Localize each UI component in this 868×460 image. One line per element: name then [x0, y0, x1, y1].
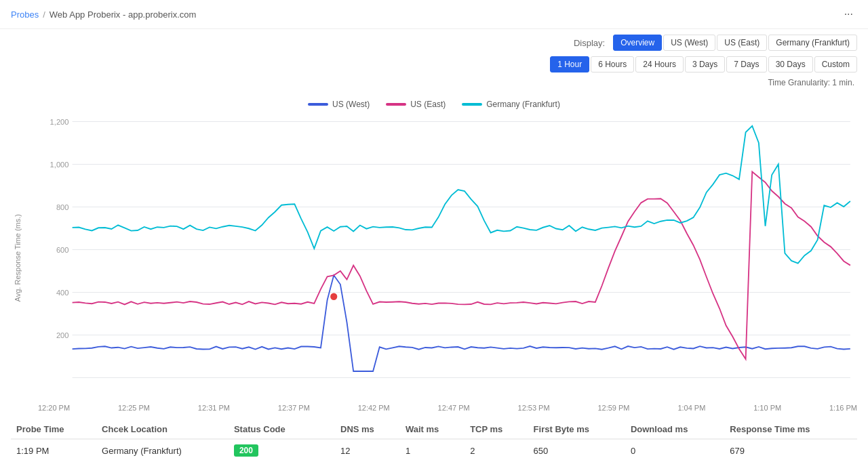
header: Probes / Web App Proberix - app.proberix… [0, 0, 868, 29]
table-cell: 2 [465, 439, 528, 460]
svg-text:800: 800 [56, 203, 69, 211]
x-axis: 12:20 PM12:25 PM12:31 PM12:37 PM12:42 PM… [11, 401, 857, 412]
table-header-cell: TCP ms [465, 420, 528, 439]
chart-container: Avg. Response Time (ms.) 2004006008001,0… [11, 114, 857, 401]
legend-item: US (East) [386, 100, 446, 109]
time-btn-1h[interactable]: 1 Hour [550, 56, 589, 72]
svg-text:1,000: 1,000 [50, 161, 69, 169]
legend-color [386, 103, 406, 106]
legend-item: US (West) [308, 100, 370, 109]
time-btn-24h[interactable]: 24 Hours [635, 56, 684, 72]
germany-line [73, 126, 850, 264]
x-axis-label: 12:20 PM [38, 404, 70, 412]
table-row: 1:19 PMGermany (Frankfurt)20012126500679 [11, 439, 857, 460]
table-header: Probe TimeChcek LocationStatus CodeDNS m… [11, 420, 857, 439]
time-btn-3d[interactable]: 3 Days [685, 56, 725, 72]
x-axis-label: 12:53 PM [518, 404, 550, 412]
probe-data-table: Probe TimeChcek LocationStatus CodeDNS m… [11, 420, 857, 460]
x-axis-label: 1:04 PM [677, 404, 705, 412]
breadcrumb: Probes / Web App Proberix - app.proberix… [11, 9, 840, 20]
table-cell: 0 [625, 439, 724, 460]
x-axis-label: 12:42 PM [358, 404, 390, 412]
time-granularity: Time Granularity: 1 min. [11, 78, 857, 87]
x-axis-label: 12:31 PM [198, 404, 230, 412]
table-header-cell: Probe Time [11, 420, 96, 439]
display-label: Display: [574, 38, 605, 48]
x-axis-label: 1:16 PM [829, 404, 857, 412]
legend-color [308, 103, 328, 106]
table-cell [319, 439, 335, 460]
chart-wrapper: Avg. Response Time (ms.) 2004006008001,0… [11, 114, 857, 412]
table-header-cell: Chcek Location [96, 420, 229, 439]
x-axis-label: 12:37 PM [278, 404, 310, 412]
chart-svg-container: 2004006008001,0001,200 [45, 114, 857, 401]
x-axis-label: 12:59 PM [597, 404, 629, 412]
breadcrumb-separator: / [43, 9, 45, 20]
table-cell: 650 [528, 439, 625, 460]
us-west-line [73, 275, 850, 371]
table-header-cell [319, 420, 335, 439]
svg-text:400: 400 [56, 289, 69, 297]
svg-text:600: 600 [56, 246, 69, 254]
table-body: 1:19 PMGermany (Frankfurt)20012126500679… [11, 439, 857, 460]
view-btn-us-west[interactable]: US (West) [663, 35, 715, 51]
status-badge: 200 [234, 444, 258, 457]
x-axis-label: 12:25 PM [118, 404, 150, 412]
view-btn-germany[interactable]: Germany (Frankfurt) [768, 35, 857, 51]
time-btn-custom[interactable]: Custom [814, 56, 857, 72]
chart-legend: US (West)US (East)Germany (Frankfurt) [11, 100, 857, 109]
table-header-cell: First Byte ms [528, 420, 625, 439]
table-section: Probe TimeChcek LocationStatus CodeDNS m… [0, 412, 868, 460]
svg-text:1,200: 1,200 [50, 118, 69, 126]
table-header-cell: Wait ms [400, 420, 465, 439]
more-options-button[interactable]: ··· [840, 7, 857, 22]
time-button-group: 1 Hour6 Hours24 Hours3 Days7 Days30 Days… [550, 56, 857, 72]
y-axis-label: Avg. Response Time (ms.) [11, 214, 22, 301]
legend-label: US (East) [410, 100, 446, 109]
alert-dot [330, 293, 337, 301]
table-cell: Germany (Frankfurt) [96, 439, 229, 460]
x-axis-label: 12:47 PM [438, 404, 470, 412]
table-cell: 1:19 PM [11, 439, 96, 460]
x-axis-label: 1:10 PM [753, 404, 781, 412]
view-btn-overview[interactable]: Overview [613, 35, 662, 51]
legend-label: US (West) [332, 100, 370, 109]
table-header-cell: Download ms [625, 420, 724, 439]
display-controls: Display: OverviewUS (West)US (East)Germa… [0, 29, 868, 93]
table-cell: 1 [400, 439, 465, 460]
table-cell: 12 [335, 439, 400, 460]
legend-item: Germany (Frankfurt) [462, 100, 560, 109]
chart-area: US (West)US (East)Germany (Frankfurt) Av… [0, 93, 868, 412]
legend-label: Germany (Frankfurt) [486, 100, 560, 109]
view-btn-us-east[interactable]: US (East) [717, 35, 767, 51]
table-header-cell: Response Time ms [724, 420, 857, 439]
time-btn-6h[interactable]: 6 Hours [591, 56, 634, 72]
time-btn-7d[interactable]: 7 Days [726, 56, 766, 72]
table-header-cell: DNS ms [335, 420, 400, 439]
table-cell: 679 [724, 439, 857, 460]
response-time-chart: 2004006008001,0001,200 [45, 114, 857, 399]
legend-color [462, 103, 482, 106]
view-button-group: OverviewUS (West)US (East)Germany (Frank… [613, 35, 857, 51]
breadcrumb-current: Web App Proberix - app.proberix.com [50, 9, 197, 20]
probes-link[interactable]: Probes [11, 9, 39, 20]
us-east-line [73, 172, 850, 360]
time-btn-30d[interactable]: 30 Days [768, 56, 813, 72]
table-header-cell: Status Code [229, 420, 319, 439]
svg-text:200: 200 [56, 331, 69, 339]
